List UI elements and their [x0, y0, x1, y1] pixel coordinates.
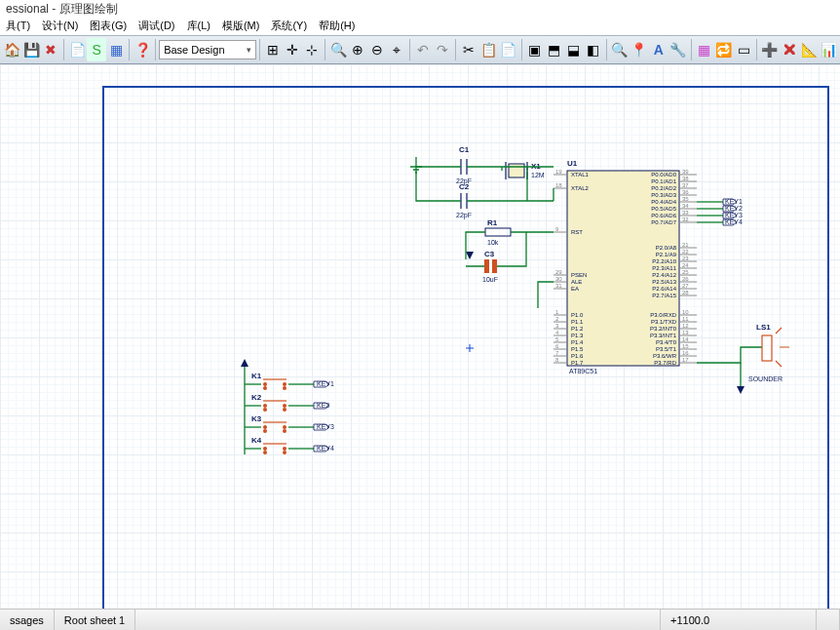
- power-arrow: [466, 252, 474, 259]
- svg-text:P1.4: P1.4: [571, 339, 584, 345]
- mirror-icon[interactable]: 🔁: [714, 38, 734, 61]
- marker-icon[interactable]: 📍: [630, 38, 649, 61]
- svg-text:6: 6: [555, 343, 559, 349]
- paste-icon[interactable]: 📄: [498, 38, 517, 61]
- svg-text:P1.3: P1.3: [571, 333, 584, 338]
- block-icon[interactable]: ▣: [524, 38, 544, 61]
- u1-ref: U1: [567, 159, 578, 168]
- status-coords: +1100.0: [661, 610, 817, 630]
- svg-text:K2: K2: [251, 393, 262, 402]
- svg-text:P3.7/RD: P3.7/RD: [654, 360, 676, 366]
- menu-template[interactable]: 模版(M): [222, 19, 260, 34]
- design-selector[interactable]: Base Design: [159, 40, 256, 59]
- menu-system[interactable]: 系统(Y): [271, 19, 307, 34]
- status-tab-sheet[interactable]: Root sheet 1: [55, 610, 135, 630]
- menu-design[interactable]: 设计(N): [42, 19, 78, 34]
- delete-icon[interactable]: 🗙: [780, 38, 799, 61]
- svg-text:39: 39: [682, 169, 689, 175]
- svg-text:2: 2: [555, 316, 559, 322]
- help-icon[interactable]: ❓: [133, 38, 152, 61]
- snap-icon[interactable]: ✛: [283, 38, 302, 61]
- svg-text:KEY3: KEY3: [317, 423, 334, 430]
- svg-text:7: 7: [555, 350, 559, 356]
- home-icon[interactable]: 🏠: [2, 38, 21, 61]
- zoom-out-icon[interactable]: ⊖: [367, 38, 387, 61]
- svg-point-142: [283, 382, 286, 386]
- sheet-icon[interactable]: S: [87, 38, 106, 61]
- x1[interactable]: X1 12M: [506, 162, 545, 179]
- c1[interactable]: C1 22pF: [456, 145, 472, 185]
- menu-library[interactable]: 库(L): [187, 19, 210, 34]
- menu-graph[interactable]: 图表(G): [90, 19, 127, 34]
- svg-text:P3.3/INT1: P3.3/INT1: [650, 333, 677, 338]
- align-top-icon[interactable]: ⬒: [545, 38, 564, 61]
- copy-icon[interactable]: 📋: [478, 38, 498, 61]
- cut-icon[interactable]: ✂: [459, 38, 478, 61]
- align-bottom-icon[interactable]: ⬓: [564, 38, 584, 61]
- svg-text:P2.5/A13: P2.5/A13: [652, 279, 676, 285]
- board-icon[interactable]: ▦: [106, 38, 126, 61]
- align-left-icon[interactable]: ◧: [584, 38, 603, 61]
- svg-point-144: [263, 386, 267, 390]
- svg-text:29: 29: [555, 269, 562, 275]
- svg-rect-127: [485, 228, 511, 236]
- svg-text:P3.1/TXD: P3.1/TXD: [651, 319, 677, 325]
- menu-help[interactable]: 帮助(H): [319, 19, 355, 34]
- text-icon[interactable]: A: [649, 38, 668, 61]
- svg-text:C1: C1: [459, 145, 470, 154]
- grid-toggle-icon[interactable]: ⊞: [263, 38, 283, 61]
- zoom-fit-icon[interactable]: 🔍: [328, 38, 348, 61]
- search-icon[interactable]: 🔍: [610, 38, 630, 61]
- ls1[interactable]: LS1 SOUNDER: [748, 323, 789, 382]
- svg-text:P1.5: P1.5: [571, 346, 584, 352]
- selection-icon[interactable]: ▭: [734, 38, 753, 61]
- svg-text:KEY1: KEY1: [317, 380, 334, 387]
- schematic-canvas[interactable]: U1 AT89C51 19XTAL118XTAL29RST29PSEN30ALE…: [0, 64, 840, 609]
- svg-text:P1.7: P1.7: [571, 360, 584, 366]
- page-icon[interactable]: 📄: [67, 38, 87, 61]
- save-icon[interactable]: 💾: [21, 38, 41, 61]
- toolbar: 🏠 💾 ✖ 📄 S ▦ ❓ Base Design ⊞ ✛ ⊹ 🔍 ⊕ ⊖ ⌖ …: [0, 35, 840, 64]
- svg-rect-122: [509, 164, 524, 177]
- svg-text:9: 9: [555, 226, 559, 232]
- svg-text:22pF: 22pF: [456, 212, 472, 219]
- svg-text:27: 27: [682, 283, 689, 289]
- svg-text:8: 8: [555, 357, 559, 363]
- svg-text:R1: R1: [487, 218, 498, 227]
- menu-tools[interactable]: 具(T): [6, 19, 30, 34]
- svg-point-159: [283, 429, 286, 433]
- svg-text:26: 26: [682, 276, 689, 282]
- svg-text:KE2: KE2: [317, 402, 329, 409]
- close-icon[interactable]: ✖: [41, 38, 60, 61]
- status-tab-messages[interactable]: ssages: [0, 610, 55, 630]
- svg-text:P0.1/AD1: P0.1/AD1: [651, 178, 676, 184]
- menu-debug[interactable]: 调试(D): [138, 19, 174, 34]
- svg-text:P3.5/T1: P3.5/T1: [656, 346, 677, 352]
- report-icon[interactable]: 📊: [819, 38, 838, 61]
- zoom-region-icon[interactable]: ⌖: [387, 38, 406, 61]
- svg-text:5: 5: [555, 336, 559, 342]
- svg-point-151: [263, 408, 267, 412]
- svg-text:K1: K1: [251, 372, 262, 380]
- ruler-icon[interactable]: 📐: [799, 38, 819, 61]
- zoom-in-icon[interactable]: ⊕: [348, 38, 367, 61]
- svg-text:P2.6/A14: P2.6/A14: [652, 286, 676, 292]
- svg-point-163: [283, 447, 286, 451]
- redo-icon[interactable]: ↷: [433, 38, 452, 61]
- svg-text:XTAL2: XTAL2: [571, 185, 590, 191]
- c3[interactable]: C3 10uF: [482, 250, 498, 283]
- svg-point-155: [263, 425, 267, 429]
- origin-icon[interactable]: ⊹: [302, 38, 322, 61]
- svg-text:KEY2: KEY2: [725, 205, 743, 212]
- undo-icon[interactable]: ↶: [413, 38, 433, 61]
- svg-text:19: 19: [555, 169, 562, 175]
- new-component-icon[interactable]: ➕: [760, 38, 780, 61]
- svg-text:12M: 12M: [531, 172, 545, 178]
- svg-text:P2.2/A10: P2.2/A10: [652, 258, 676, 264]
- r1[interactable]: R1 10k: [485, 218, 511, 246]
- schematic-svg: U1 AT89C51 19XTAL118XTAL29RST29PSEN30ALE…: [0, 64, 840, 609]
- svg-text:PSEN: PSEN: [571, 272, 587, 278]
- svg-point-165: [263, 451, 267, 454]
- wrench-icon[interactable]: 🔧: [668, 38, 688, 61]
- layers-icon[interactable]: ▦: [695, 38, 714, 61]
